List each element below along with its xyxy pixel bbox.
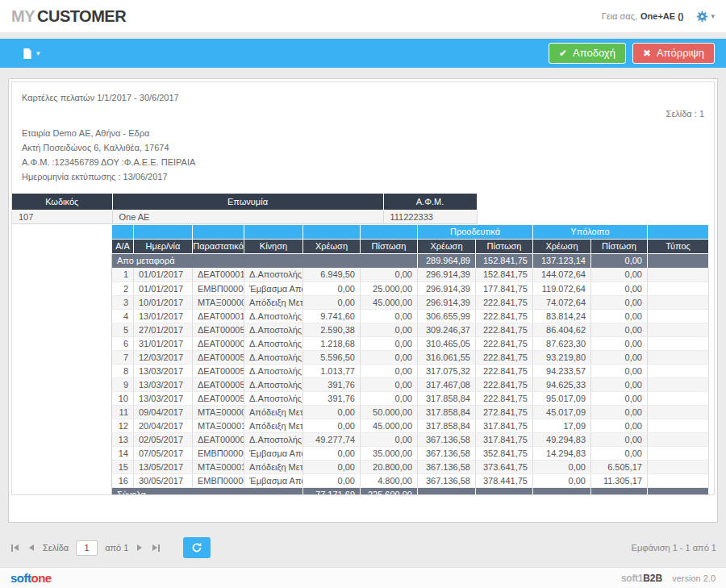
toolbar-actions: ✔ Αποδοχή ✖ Απόρριψη [549, 43, 715, 64]
customer-code: 107 [12, 210, 112, 223]
pagination-bar: Σελίδα από 1 Εμφάνιση 1 - 1 από 1 [10, 534, 716, 561]
product-suffix: B2B [643, 573, 662, 584]
carry-bal-credit: 0,00 [591, 253, 648, 268]
carry-forward-row: Απο μεταφορά 289.964,89 152.841,75 137.1… [112, 253, 709, 268]
logo-main: CUSTOMER [37, 7, 126, 25]
table-row: 201/01/2017ΕΜΒΠ000001Έμβασμα Απο Π...0,0… [112, 281, 709, 295]
table-row: 631/01/2017ΔΕΑΤ000001Δ.Αποστολής Τ...1.2… [112, 336, 709, 350]
col-aa: Α/Α [112, 239, 134, 253]
print-date: Ημερομηνία εκτύπωσης : 13/06/2017 [22, 169, 704, 184]
page-number-input[interactable] [76, 540, 98, 556]
user-area: Γεια σας, One+AE () ▾ [602, 10, 715, 23]
customer-name: One AE [112, 210, 383, 223]
col-bal-debit: Χρέωση [533, 239, 591, 253]
col-type: Τύπος [648, 239, 709, 253]
chevron-down-icon: ▾ [711, 12, 715, 20]
carry-prog-debit: 289.964,89 [418, 253, 476, 268]
refresh-icon [191, 542, 202, 553]
table-row: 310/01/2017ΜΤΑΞ000001Απόδειξη Μετρ...0,0… [112, 295, 709, 309]
report-panel: Καρτέλες πελατών 1/1/2017 - 30/6/2017 Σε… [8, 78, 718, 523]
product-logo: soft1B2B [621, 573, 662, 584]
page-of-label: από 1 [105, 543, 128, 553]
report-page-number: Σελίδα : 1 [22, 108, 704, 119]
reject-button[interactable]: ✖ Απόρριψη [632, 43, 715, 64]
first-page-button[interactable] [10, 541, 20, 555]
last-page-button[interactable] [151, 541, 161, 555]
column-header-row: Α/Α Ημερ/νία Παραστατικό Κίνηση Χρέωση Π… [112, 239, 709, 253]
logo-prefix: MY [11, 7, 35, 25]
triangle-right-icon [137, 544, 142, 551]
company-name: Εταιρία Demo ΑΕ, Αθήνα - Εδρα [22, 126, 704, 140]
col-credit: Πίστωση [361, 239, 418, 253]
balance-group-header: Υπόλοιπο [533, 224, 648, 239]
table-row: 1109/04/2017ΜΤΑΞ000004Απόδειξη Μετρ...0,… [112, 405, 709, 419]
table-row: 1302/05/2017ΔΕΑΤ000005Δ.Αποστολής Τ...49… [112, 432, 709, 446]
company-address: Ακτή Ποσειδώνος 6, Καλλιθέα, 17674 [22, 140, 704, 155]
table-row: 1013/03/2017ΔΕΑΤ000058Δ.Αποστολής Τ...39… [112, 391, 709, 405]
settings-menu-button[interactable]: ▾ [696, 10, 715, 23]
version-area: soft1B2B version 2.0 [621, 573, 716, 584]
accept-button[interactable]: ✔ Αποδοχή [549, 43, 626, 64]
user-name: One+AE () [640, 11, 683, 21]
triangle-right-icon [152, 544, 157, 551]
group-header-row: Προοδευτικά Υπόλοιπο [112, 224, 709, 239]
printer-icon [23, 48, 32, 59]
gear-icon [696, 10, 708, 23]
totals-label: Σύνολα [112, 487, 303, 495]
last-page-icon [158, 544, 160, 552]
progressive-group-header: Προοδευτικά [418, 224, 533, 239]
report-header: Καρτέλες πελατών 1/1/2017 - 30/6/2017 Σε… [12, 82, 714, 184]
table-row: 913/03/2017ΔΕΑΤ000057Δ.Αποστολής Τ...391… [112, 377, 709, 391]
carry-forward-label: Απο μεταφορά [112, 253, 418, 268]
brand-one: one [31, 571, 52, 585]
first-page-icon [11, 544, 13, 552]
totals-row: Σύνολα 77.171,69 225.600,00 [112, 487, 709, 495]
company-tax-info: Α.Φ.Μ. :123456789 ΔΟΥ :Φ.Α.Ε.Ε. ΠΕΙΡΑΙΑ [22, 155, 704, 169]
page-word: Σελίδα [43, 543, 69, 553]
table-row: 1407/05/2017ΕΜΒΠ000003Έμβασμα Απο Π...0,… [112, 446, 709, 460]
carry-prog-credit: 152.841,75 [476, 253, 533, 268]
chevron-down-icon: ▾ [36, 49, 40, 57]
table-row: 413/01/2017ΔΕΑΤ000018Δ.Αποστολής Τ...9.7… [112, 309, 709, 323]
top-header-bar: MYCUSTOMER Γεια σας, One+AE () ▾ [0, 0, 726, 32]
table-row: 813/03/2017ΔΕΑΤ000056Δ.Αποστολής Τ...1.0… [112, 364, 709, 377]
table-row: 712/03/2017ΔΕΑΤ000055Δ.Αποστολής Τ...5.5… [112, 350, 709, 364]
action-toolbar: ▾ ✔ Αποδοχή ✖ Απόρριψη [0, 39, 726, 68]
table-row: 1513/05/2017ΜΤΑΞ000011Απόδειξη Μετρ...0,… [112, 460, 709, 473]
triangle-left-icon [14, 544, 19, 551]
softone-logo: softone [10, 571, 52, 585]
customer-vat-header: Α.Φ.Μ. [383, 194, 477, 210]
reject-button-label: Απόρριψη [657, 47, 704, 59]
product-prefix: soft1 [621, 573, 643, 584]
col-date: Ημερ/νία [134, 239, 193, 253]
carry-bal-debit: 137.123,14 [533, 253, 591, 268]
col-document: Παραστατικό [193, 239, 244, 253]
report-page: Καρτέλες πελατών 1/1/2017 - 30/6/2017 Σε… [11, 81, 715, 495]
table-row: 527/01/2017ΔΕΑΤ000053Δ.Αποστολής Τ...2.5… [112, 323, 709, 336]
col-bal-credit: Πίστωση [591, 239, 648, 253]
x-icon: ✖ [643, 48, 651, 58]
customer-table-header: Κωδικός Επωνυμία Α.Φ.Μ. [12, 194, 477, 210]
app-logo: MYCUSTOMER [11, 7, 126, 26]
customer-name-header: Επωνυμία [112, 194, 383, 210]
refresh-button[interactable] [183, 537, 211, 558]
totals-credit: 225.600,00 [361, 487, 418, 495]
totals-debit: 77.171,69 [303, 487, 361, 495]
accept-button-label: Αποδοχή [573, 47, 615, 59]
check-icon: ✔ [559, 48, 567, 58]
col-prog-credit: Πίστωση [476, 239, 533, 253]
col-prog-debit: Χρέωση [418, 239, 476, 253]
transactions-table: Προοδευτικά Υπόλοιπο Α/Α Ημερ/νία Παραστ… [111, 224, 709, 496]
brand-soft: soft [10, 571, 31, 585]
col-movement: Κίνηση [244, 239, 303, 253]
detail-table-body: Απο μεταφορά 289.964,89 152.841,75 137.1… [112, 253, 709, 487]
customer-vat: 111222333 [383, 210, 477, 223]
version-label: version 2.0 [672, 573, 716, 583]
page-footer: softone soft1B2B version 2.0 [0, 567, 726, 588]
transactions-table-wrap: Προοδευτικά Υπόλοιπο Α/Α Ημερ/νία Παραστ… [111, 224, 714, 496]
print-dropdown-button[interactable]: ▾ [18, 45, 45, 62]
col-debit: Χρέωση [303, 239, 361, 253]
previous-page-button[interactable] [27, 541, 35, 554]
customer-row: 107 One AE 111222333 [12, 210, 477, 223]
next-page-button[interactable] [136, 541, 144, 554]
